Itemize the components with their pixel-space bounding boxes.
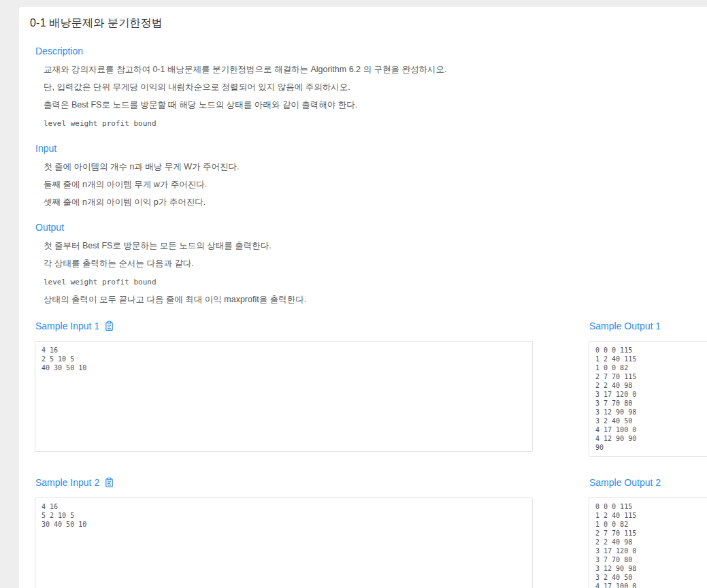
sample-row-1: Sample Input 1 4 16 2 5 10 5 40 30 50 10 (35, 321, 707, 457)
description-paragraph: 교재와 강의자료를 참고하여 0-1 배낭문제를 분기한정법으로 해결하는 Al… (44, 65, 707, 74)
sample-input-2-box: 4 16 5 2 10 5 30 40 50 10 (35, 497, 533, 588)
description-format-line: level weight profit bound (44, 119, 707, 128)
sample-input-2-heading: Sample Input 2 (35, 477, 533, 488)
output-paragraph: 첫 줄부터 Best FS로 방문하는 모든 노드의 상태를 출력한다. (44, 241, 707, 250)
input-heading: Input (35, 143, 707, 154)
section-input: Input 첫 줄에 아이템의 개수 n과 배낭 무게 W가 주어진다. 둘째 … (35, 143, 707, 207)
description-heading: Description (35, 46, 707, 56)
description-paragraph: 출력은 Best FS로 노드를 방문할 때 해당 노드의 상태를 아래와 같이… (44, 100, 707, 110)
page-title: 0-1 배낭문제와 분기한정법 (30, 16, 707, 31)
sample-output-2-heading: Sample Output 2 (589, 477, 707, 488)
output-format-line: level weight profit bound (44, 278, 707, 287)
problem-card: 0-1 배낭문제와 분기한정법 Description 교재와 강의자료를 참고… (19, 7, 707, 588)
section-description: Description 교재와 강의자료를 참고하여 0-1 배낭문제를 분기한… (35, 46, 707, 128)
input-paragraph: 첫 줄에 아이템의 개수 n과 배낭 무게 W가 주어진다. (44, 162, 707, 172)
sample-output-2-column: Sample Output 2 0 0 0 115 1 2 40 115 1 0… (589, 477, 707, 588)
description-paragraph: 단, 입력값은 단위 무게당 이익의 내림차순으로 정렬되어 있지 않음에 주의… (44, 82, 707, 92)
sample-input-2-label: Sample Input 2 (35, 477, 99, 488)
sample-row-2: Sample Input 2 4 16 5 2 10 5 30 40 50 10 (35, 477, 707, 588)
sample-output-1-box: 0 0 0 115 1 2 40 115 1 0 0 82 2 7 70 115… (589, 341, 707, 457)
sample-output-2-box: 0 0 0 115 1 2 40 115 1 0 0 82 2 7 70 115… (589, 497, 707, 588)
input-paragraph: 둘째 줄에 n개의 아이템 무게 w가 주어진다. (44, 180, 707, 189)
sample-output-1-column: Sample Output 1 0 0 0 115 1 2 40 115 1 0… (589, 321, 707, 457)
sample-output-1-heading: Sample Output 1 (589, 321, 707, 331)
copy-icon[interactable] (104, 477, 114, 488)
output-paragraph: 상태의 출력이 모두 끝나고 다음 줄에 최대 이익 maxprofit을 출력… (44, 295, 707, 304)
input-paragraph: 셋째 줄에 n개의 아이템 이익 p가 주어진다. (44, 197, 707, 207)
output-paragraph: 각 상태를 출력하는 순서는 다음과 같다. (44, 259, 707, 268)
sample-input-2-column: Sample Input 2 4 16 5 2 10 5 30 40 50 10 (35, 477, 533, 588)
sample-input-1-label: Sample Input 1 (35, 321, 99, 331)
output-heading: Output (35, 222, 707, 233)
sample-input-1-box: 4 16 2 5 10 5 40 30 50 10 (35, 341, 533, 452)
problem-sections: Description 교재와 강의자료를 참고하여 0-1 배낭문제를 분기한… (35, 46, 707, 304)
sample-output-2-label: Sample Output 2 (589, 477, 661, 488)
sample-input-1-column: Sample Input 1 4 16 2 5 10 5 40 30 50 10 (35, 321, 533, 452)
samples-area: Sample Input 1 4 16 2 5 10 5 40 30 50 10 (35, 321, 707, 588)
sample-output-1-label: Sample Output 1 (589, 321, 661, 331)
sample-input-1-heading: Sample Input 1 (35, 321, 533, 331)
copy-icon[interactable] (104, 321, 114, 331)
section-output: Output 첫 줄부터 Best FS로 방문하는 모든 노드의 상태를 출력… (35, 222, 707, 304)
